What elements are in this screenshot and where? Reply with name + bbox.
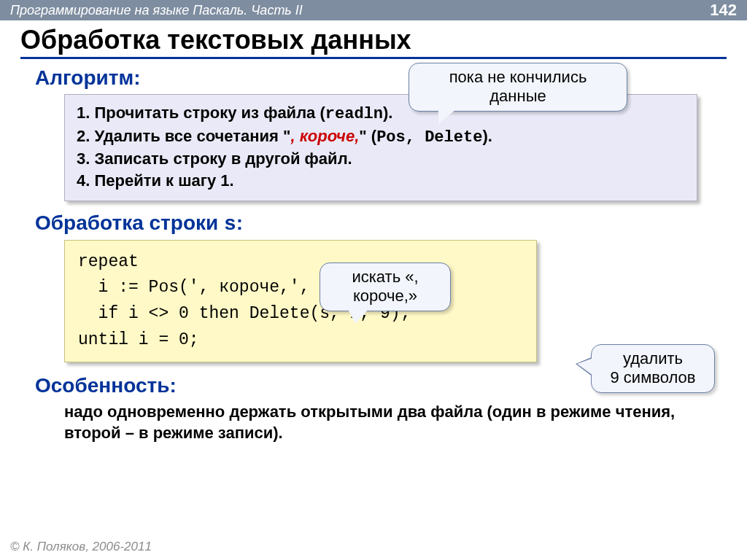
feature-text: надо одновременно держать открытыми два … — [64, 402, 697, 443]
algo-line-3: 3. Записать строку в другой файл. — [77, 148, 685, 170]
heading-processing: Обработка строки s: — [35, 211, 727, 236]
breadcrumb: Программирование на языке Паскаль. Часть… — [10, 3, 303, 18]
callout-data-not-ended: пока не кончились данные — [409, 63, 627, 112]
callout-tail-icon — [348, 309, 368, 324]
algo-line-4: 4. Перейти к шагу 1. — [77, 170, 685, 192]
algo-line-2: 2. Удалить все сочетания ", короче," (Po… — [77, 125, 685, 149]
callout-delete: удалить 9 символов — [591, 344, 715, 393]
code-box: repeat i := Pos(', короче,', s); if i <>… — [64, 240, 537, 363]
page-number: 142 — [710, 1, 737, 20]
callout-tail-icon — [438, 109, 456, 124]
slide-header: Программирование на языке Паскаль. Часть… — [0, 0, 747, 20]
page-title: Обработка текстовых данных — [20, 25, 727, 59]
footer-copyright: © К. Поляков, 2006-2011 — [10, 540, 152, 554]
callout-tail-icon — [577, 358, 593, 376]
callout-search: искать «, короче,» — [320, 262, 451, 311]
